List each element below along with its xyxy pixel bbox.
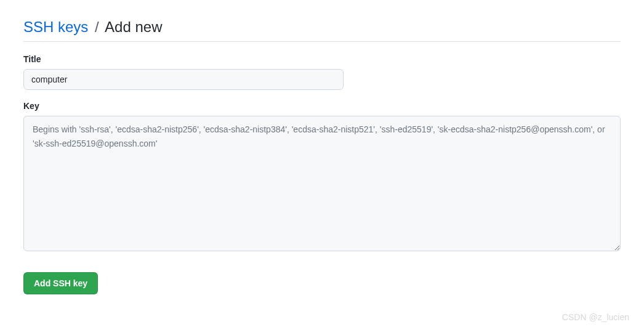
breadcrumb: SSH keys / Add new: [23, 17, 621, 42]
key-label: Key: [23, 101, 621, 111]
key-textarea[interactable]: [23, 116, 621, 251]
title-input[interactable]: [23, 69, 344, 90]
breadcrumb-link-ssh-keys[interactable]: SSH keys: [23, 18, 88, 35]
title-label: Title: [23, 54, 621, 64]
title-field-group: Title: [23, 54, 621, 90]
page-title: SSH keys / Add new: [23, 17, 621, 36]
watermark: CSDN @z_lucien: [562, 312, 629, 322]
breadcrumb-current: Add new: [105, 18, 162, 35]
key-field-group: Key: [23, 101, 621, 254]
breadcrumb-separator: /: [95, 18, 99, 35]
add-ssh-key-button[interactable]: Add SSH key: [23, 272, 98, 294]
